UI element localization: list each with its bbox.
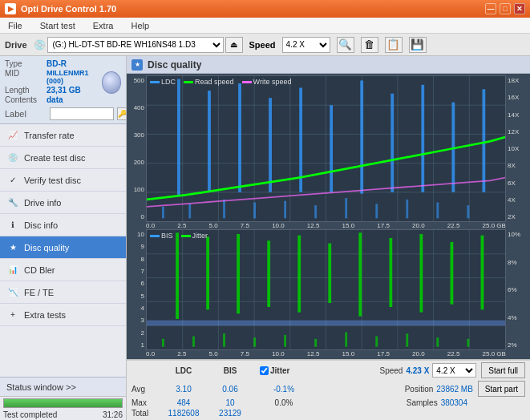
svg-rect-58	[481, 236, 484, 310]
menu-help[interactable]: Help	[126, 20, 154, 31]
content-title: Disc quality	[148, 59, 201, 71]
svg-rect-34	[467, 205, 469, 218]
sidebar-item-extra-tests[interactable]: + Extra tests	[0, 304, 126, 326]
content-header-icon: ★	[131, 59, 143, 71]
type-value: BD-R	[47, 59, 67, 68]
sidebar-item-transfer-rate[interactable]: 📈 Transfer rate	[0, 124, 126, 147]
svg-rect-25	[188, 204, 191, 218]
chart2-section: 10 9 8 7 6 5 4 3 2 1	[128, 229, 528, 357]
avg-ldc: 3.10	[160, 385, 207, 394]
sidebar-item-disc-info[interactable]: ℹ Disc info	[0, 214, 126, 236]
sidebar-item-label-transfer-rate: Transfer rate	[24, 131, 75, 140]
mid-value: MILLENMR1 (000)	[47, 69, 102, 85]
svg-rect-28	[284, 201, 286, 219]
drive-label: Drive	[5, 40, 27, 50]
svg-rect-16	[269, 98, 272, 192]
svg-rect-20	[390, 94, 394, 192]
cd-bler-icon: 📊	[6, 264, 19, 277]
start-part-button[interactable]: Start part	[478, 381, 525, 397]
total-bis: 23129	[207, 409, 253, 418]
chart2-x-labels: 0.0 2.5 5.0 7.5 10.0 12.5 15.0 17.5 20.0…	[128, 350, 528, 357]
disc-panel: Type BD-R MID MILLENMR1 (000) Length 23,…	[0, 56, 126, 124]
sidebar-item-label-cd-bler: CD Bler	[24, 265, 55, 275]
svg-rect-70	[147, 321, 505, 326]
status-window-button[interactable]: Status window >>	[0, 378, 126, 397]
drive-select[interactable]: (G:) HL-DT-ST BD-RE WH16NS48 1.D3	[47, 37, 224, 53]
max-ldc: 484	[160, 398, 207, 407]
chart1-section: 500 400 300 200 100 0 LDC	[128, 75, 528, 229]
length-value: 23,31 GB	[47, 86, 81, 95]
status-text-row: Test completed 31:26	[0, 410, 126, 420]
samples-label: Samples	[407, 398, 438, 407]
disc-label-button[interactable]: 🔑	[117, 107, 127, 120]
progress-bar-fill	[4, 399, 122, 407]
svg-rect-26	[223, 200, 225, 219]
disc-label-input[interactable]	[50, 107, 114, 120]
drive-eject-button[interactable]: ⏏	[225, 37, 243, 53]
status-window-label: Status window >>	[6, 382, 76, 392]
svg-rect-14	[208, 91, 211, 192]
chart2-wrapper: 10 9 8 7 6 5 4 3 2 1	[128, 229, 528, 350]
verify-test-disc-icon: ✓	[6, 174, 19, 187]
speed-stat-select[interactable]: 4.2 X	[432, 363, 476, 378]
chart2-canvas: BIS Jitter	[146, 229, 506, 350]
drive-copy-button[interactable]: 📋	[385, 37, 403, 53]
max-jitter: 0.0%	[260, 398, 308, 407]
drivebar: Drive 💿 (G:) HL-DT-ST BD-RE WH16NS48 1.D…	[0, 34, 530, 56]
sidebar-item-label-disc-info: Disc info	[24, 220, 58, 230]
avg-bis: 0.06	[207, 385, 253, 394]
close-button[interactable]: ✕	[514, 3, 525, 14]
col-header-ldc: LDC	[160, 366, 207, 375]
svg-rect-54	[358, 232, 362, 316]
svg-rect-49	[206, 236, 209, 309]
chart1-wrapper: 500 400 300 200 100 0 LDC	[128, 75, 528, 222]
sidebar-item-disc-quality[interactable]: ★ Disc quality	[0, 236, 126, 259]
svg-rect-68	[436, 337, 439, 347]
drive-erase-button[interactable]: 🗑	[361, 37, 378, 53]
sidebar-item-label-fe-te: FE / TE	[24, 288, 54, 297]
svg-rect-61	[223, 333, 225, 347]
mid-label: MID	[5, 69, 47, 85]
svg-rect-13	[177, 79, 180, 196]
sidebar-item-create-test-disc[interactable]: 💿 Create test disc	[0, 147, 126, 169]
svg-rect-59	[162, 339, 164, 347]
bottom-controls: LDC BIS Jitter Speed 4.23 X 4.2 X Start …	[127, 359, 530, 420]
chart1-legend-writespeed: Write speed	[253, 78, 292, 86]
svg-rect-64	[314, 339, 317, 347]
start-full-button[interactable]: Start full	[481, 362, 525, 378]
disc-graphic	[102, 71, 121, 94]
svg-rect-69	[467, 339, 469, 347]
maximize-button[interactable]: □	[500, 3, 511, 14]
menu-file[interactable]: File	[3, 20, 27, 31]
svg-rect-48	[176, 232, 179, 319]
svg-rect-30	[345, 198, 347, 218]
chart1-svg	[147, 76, 505, 221]
svg-rect-31	[375, 204, 378, 218]
drive-save-button[interactable]: 💾	[409, 37, 427, 53]
chart1-canvas: LDC Read speed Write speed	[146, 75, 506, 222]
svg-rect-21	[421, 85, 424, 192]
sidebar-item-drive-info[interactable]: 🔧 Drive info	[0, 192, 126, 214]
avg-label: Avg	[131, 385, 160, 394]
sidebar-item-fe-te[interactable]: 📉 FE / TE	[0, 281, 126, 304]
jitter-checkbox[interactable]	[260, 366, 269, 375]
sidebar-item-verify-test-disc[interactable]: ✓ Verify test disc	[0, 169, 126, 192]
menu-extra[interactable]: Extra	[88, 20, 119, 31]
speed-select[interactable]: 4.2 X	[282, 37, 330, 53]
svg-rect-53	[328, 244, 331, 304]
max-bis: 10	[207, 398, 253, 407]
menu-start-test[interactable]: Start test	[35, 20, 80, 31]
sidebar-item-cd-bler[interactable]: 📊 CD Bler	[0, 259, 126, 281]
speed-label: Speed	[249, 40, 276, 50]
chart1-y-left: 500 400 300 200 100 0	[128, 75, 146, 222]
minimize-button[interactable]: —	[485, 3, 496, 14]
svg-rect-60	[192, 336, 195, 346]
svg-rect-57	[451, 242, 454, 305]
sidebar-item-label-extra-tests: Extra tests	[24, 310, 66, 320]
position-value: 23862 MB	[436, 385, 473, 394]
sidebar-item-label-disc-quality: Disc quality	[24, 243, 69, 252]
drive-info-button[interactable]: 🔍	[337, 37, 354, 53]
svg-rect-51	[267, 240, 270, 307]
svg-rect-18	[330, 105, 333, 192]
total-ldc: 1182608	[160, 409, 207, 418]
